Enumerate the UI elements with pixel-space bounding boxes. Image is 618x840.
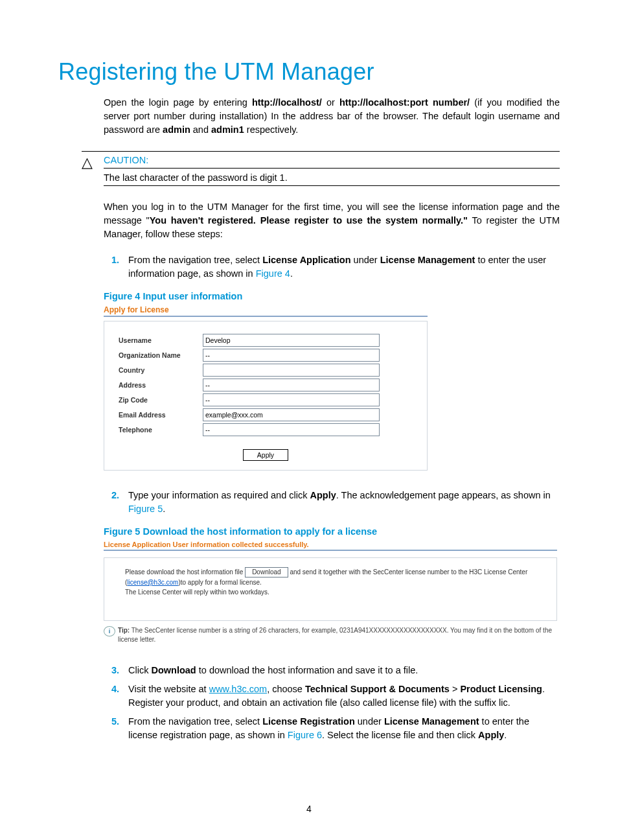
step-5: From the navigation tree, select License… (122, 712, 560, 745)
text: Visit the website at (128, 684, 209, 694)
text-bold: You haven't registered. Please register … (150, 215, 468, 226)
zip-input[interactable] (203, 393, 380, 406)
text: From the navigation tree, select (128, 716, 262, 727)
tip-text: The SecCenter license number is a string… (118, 627, 552, 643)
download-button[interactable]: Download (245, 567, 288, 578)
text: . Select the license file and then click (322, 730, 478, 740)
text-bold: Apply (478, 730, 504, 740)
text: The License Center will reply within two… (125, 589, 269, 596)
address-label: Address (119, 381, 203, 389)
fig5-heading: License Application User information col… (104, 539, 557, 551)
text-bold: License Management (384, 716, 479, 727)
text: > (450, 684, 461, 694)
intro-paragraph: Open the login page by entering http://l… (104, 96, 560, 137)
text: Click (128, 665, 151, 675)
step-4: Visit the website at www.h3c.com, choose… (122, 680, 560, 712)
tip-row: i Tip: The SecCenter license number is a… (104, 626, 557, 644)
text: Type your information as required and cl… (128, 490, 310, 500)
text: , choose (267, 684, 305, 694)
address-input[interactable] (203, 379, 380, 391)
figure-4-link[interactable]: Figure 4 (256, 268, 290, 279)
text-bold: License Application (262, 255, 350, 265)
text: . (504, 730, 507, 740)
text: . (163, 504, 165, 514)
figure-4: Apply for License Username Organization … (104, 304, 428, 471)
text: Open the login page by entering (104, 97, 252, 108)
tel-input[interactable] (203, 423, 380, 436)
license-email-link[interactable]: license@h3c.com (127, 579, 178, 586)
text-bold: License Registration (262, 716, 355, 727)
caution-label: CAUTION: (104, 152, 560, 169)
text-bold: License Management (380, 255, 475, 265)
text-bold: admin (163, 124, 190, 135)
text: to download the host information and sav… (196, 665, 418, 675)
apply-button[interactable]: Apply (243, 449, 288, 461)
caution-block: △ CAUTION: The last character of the pas… (82, 151, 560, 186)
page-number: 4 (0, 804, 618, 814)
caution-text: The last character of the password is di… (104, 169, 560, 186)
text: or (322, 97, 339, 108)
tel-label: Telephone (119, 426, 203, 434)
text: . The acknowledgement page appears, as s… (336, 490, 551, 500)
figure-5: License Application User information col… (104, 539, 557, 644)
tip-label: Tip: (118, 627, 130, 634)
text-bold: http://localhost/ (252, 97, 322, 108)
text: . (290, 268, 293, 279)
email-input[interactable] (203, 408, 380, 421)
text: and (190, 124, 211, 135)
figure-4-caption: Figure 4 Input user information (104, 291, 560, 301)
caution-icon: △ (82, 152, 104, 171)
country-label: Country (119, 366, 203, 374)
email-label: Email Address (119, 411, 203, 419)
username-input[interactable] (203, 334, 380, 347)
step-1: From the navigation tree, select License… (122, 251, 560, 283)
paragraph: When you log in to the UTM Manager for t… (104, 200, 560, 241)
text: respectively. (244, 124, 299, 135)
text: From the navigation tree, select (128, 255, 262, 265)
figure-6-link[interactable]: Figure 6 (288, 730, 322, 740)
text: under (355, 716, 384, 727)
username-label: Username (119, 336, 203, 344)
text: Please download the host information fil… (125, 568, 245, 576)
figure-5-link[interactable]: Figure 5 (128, 504, 163, 514)
zip-label: Zip Code (119, 396, 203, 404)
text-bold: Apply (310, 490, 336, 500)
text: under (351, 255, 380, 265)
step-3: Click Download to download the host info… (122, 661, 560, 680)
text-bold: Download (151, 665, 196, 675)
download-box: Please download the host information fil… (104, 557, 557, 621)
text-bold: http://localhost:port number/ (339, 97, 470, 108)
text-bold: Product Licensing (460, 684, 542, 694)
figure-5-caption: Figure 5 Download the host information t… (104, 526, 560, 537)
license-form: Username Organization Name Country Addre… (104, 321, 428, 471)
step-2: Type your information as required and cl… (122, 486, 560, 519)
text: )to apply for a formal license. (178, 579, 261, 586)
text-bold: Technical Support & Documents (305, 684, 450, 694)
page-title: Registering the UTM Manager (58, 58, 560, 86)
org-input[interactable] (203, 349, 380, 362)
org-label: Organization Name (119, 351, 203, 359)
text-bold: admin1 (211, 124, 244, 135)
country-input[interactable] (203, 364, 380, 377)
info-icon: i (104, 626, 115, 636)
h3c-website-link[interactable]: www.h3c.com (209, 684, 267, 694)
apply-license-heading: Apply for License (104, 304, 428, 317)
